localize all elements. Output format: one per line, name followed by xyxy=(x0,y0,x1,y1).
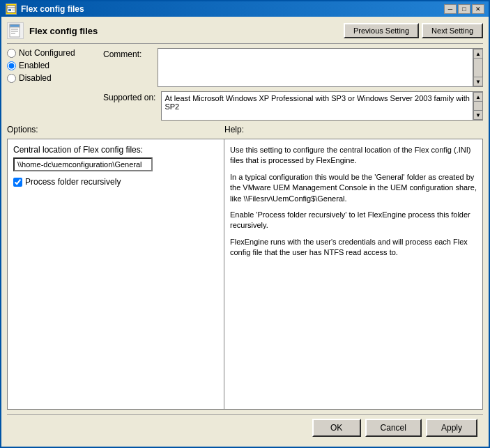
svg-rect-3 xyxy=(12,9,15,11)
comment-row: Comment: ▲ ▼ xyxy=(103,48,483,87)
options-help-body: Central location of Flex config files: P… xyxy=(7,139,483,410)
radio-enabled[interactable]: Enabled xyxy=(7,61,98,70)
bottom-bar: OK Cancel Apply xyxy=(7,414,483,441)
title-bar-left: Flex config files xyxy=(6,3,84,15)
help-panel: Use this setting to configure the centra… xyxy=(224,139,483,410)
enabled-radio[interactable] xyxy=(7,61,16,70)
supported-scrollbar: ▲ ▼ xyxy=(473,91,483,121)
cancel-button[interactable]: Cancel xyxy=(365,419,422,437)
svg-rect-5 xyxy=(10,24,20,27)
next-setting-button[interactable]: Next Setting xyxy=(422,23,483,38)
comment-textarea-wrapper: ▲ ▼ xyxy=(158,48,483,87)
svg-rect-2 xyxy=(8,9,11,11)
window-title: Flex config files xyxy=(21,4,84,14)
radio-disabled[interactable]: Disabled xyxy=(7,73,98,83)
title-bar-controls: ─ □ ✕ xyxy=(444,4,484,14)
previous-setting-button[interactable]: Previous Setting xyxy=(344,23,419,38)
process-folder-checkbox[interactable] xyxy=(13,178,22,187)
supported-box-wrapper: At least Microsoft Windows XP Profession… xyxy=(161,91,483,121)
page-title: Flex config files xyxy=(29,26,98,36)
disabled-radio[interactable] xyxy=(7,74,16,83)
comment-label: Comment: xyxy=(103,48,152,59)
enabled-label: Enabled xyxy=(19,61,49,70)
title-bar: Flex config files ─ □ ✕ xyxy=(1,1,489,17)
supported-box: At least Microsoft Windows XP Profession… xyxy=(161,91,473,121)
header-section: Flex config files Previous Setting Next … xyxy=(7,22,483,44)
header-left: Flex config files xyxy=(7,22,98,39)
comment-textarea[interactable] xyxy=(158,48,473,87)
radio-section: Not Configured Enabled Disabled Comment: xyxy=(7,48,483,121)
comment-scroll-down[interactable]: ▼ xyxy=(473,77,483,86)
comment-scrollbar: ▲ ▼ xyxy=(473,48,483,87)
flex-path-label: Central location of Flex config files: xyxy=(13,145,218,155)
options-label: Options: xyxy=(7,125,224,134)
apply-button[interactable]: Apply xyxy=(426,419,477,437)
help-para-1: Use this setting to configure the centra… xyxy=(230,145,477,167)
minimize-button[interactable]: ─ xyxy=(444,4,457,14)
not-configured-radio[interactable] xyxy=(7,49,16,58)
main-window: Flex config files ─ □ ✕ Fl xyxy=(0,0,490,448)
not-configured-label: Not Configured xyxy=(19,48,75,58)
right-panel: Comment: ▲ ▼ Supported on: At least xyxy=(103,48,483,121)
supported-scroll-down[interactable]: ▼ xyxy=(473,110,483,120)
ok-button[interactable]: OK xyxy=(312,419,361,437)
process-folder-row[interactable]: Process folder recursively xyxy=(13,177,218,187)
options-panel: Central location of Flex config files: P… xyxy=(7,139,224,410)
disabled-label: Disabled xyxy=(19,73,52,83)
header-buttons: Previous Setting Next Setting xyxy=(344,23,483,38)
help-label: Help: xyxy=(224,125,483,134)
maximize-button[interactable]: □ xyxy=(458,4,470,14)
window-icon xyxy=(6,3,17,15)
help-para-2: In a typical configuration this would be… xyxy=(230,172,477,204)
options-panel-inner: Central location of Flex config files: P… xyxy=(13,145,218,187)
flex-path-input[interactable] xyxy=(13,157,153,171)
page-icon xyxy=(7,22,24,39)
help-para-4: FlexEngine runs with the user's credenti… xyxy=(230,237,477,258)
flex-path-section: Central location of Flex config files: xyxy=(13,145,218,171)
options-help-header: Options: Help: xyxy=(7,125,483,134)
supported-scroll-up[interactable]: ▲ xyxy=(473,92,483,102)
help-para-3: Enable 'Process folder recursively' to l… xyxy=(230,210,477,231)
content-area: Flex config files Previous Setting Next … xyxy=(1,17,489,447)
close-button[interactable]: ✕ xyxy=(472,4,484,14)
supported-label: Supported on: xyxy=(103,91,155,102)
radio-panel: Not Configured Enabled Disabled xyxy=(7,48,98,121)
supported-row: Supported on: At least Microsoft Windows… xyxy=(103,91,483,121)
process-folder-label: Process folder recursively xyxy=(25,177,121,187)
radio-not-configured[interactable]: Not Configured xyxy=(7,48,98,58)
comment-scroll-up[interactable]: ▲ xyxy=(473,49,483,59)
